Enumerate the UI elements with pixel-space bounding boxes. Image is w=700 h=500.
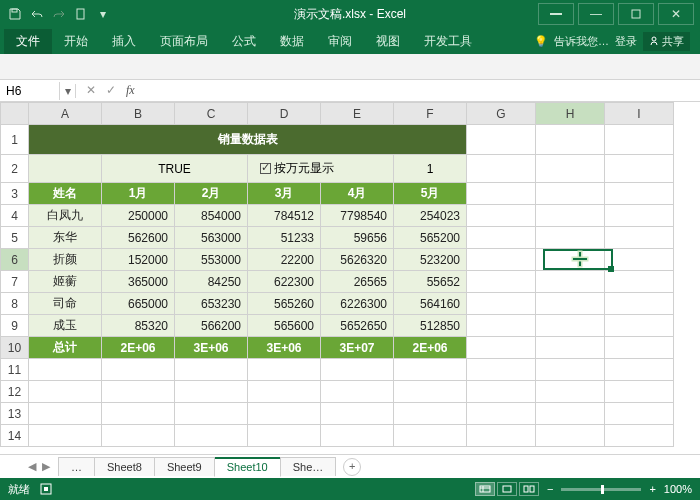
- normal-view-icon[interactable]: [475, 482, 495, 496]
- table-header[interactable]: 5月: [394, 183, 467, 205]
- sheet-tab[interactable]: Sheet8: [94, 457, 155, 476]
- tell-me[interactable]: 告诉我您…: [554, 34, 609, 49]
- col-header[interactable]: G: [467, 103, 536, 125]
- minimize-icon[interactable]: —: [578, 3, 614, 25]
- tab-home[interactable]: 开始: [52, 29, 100, 54]
- zoom-slider[interactable]: [561, 488, 641, 491]
- name-cell[interactable]: 司命: [29, 293, 102, 315]
- data-cell[interactable]: 55652: [394, 271, 467, 293]
- data-cell[interactable]: 622300: [248, 271, 321, 293]
- checkbox-icon[interactable]: [260, 163, 271, 174]
- tab-layout[interactable]: 页面布局: [148, 29, 220, 54]
- zoom-out-button[interactable]: −: [547, 483, 553, 495]
- row-header[interactable]: 14: [1, 425, 29, 447]
- name-cell[interactable]: 姬蘅: [29, 271, 102, 293]
- sheet-nav-prev-icon[interactable]: ◀: [28, 460, 36, 473]
- name-cell[interactable]: 成玉: [29, 315, 102, 337]
- data-cell[interactable]: 26565: [321, 271, 394, 293]
- sheet-nav-next-icon[interactable]: ▶: [42, 460, 50, 473]
- row-header[interactable]: 10: [1, 337, 29, 359]
- sheet-tab[interactable]: Sheet9: [154, 457, 215, 476]
- close-icon[interactable]: ✕: [658, 3, 694, 25]
- table-header[interactable]: 1月: [102, 183, 175, 205]
- select-all-corner[interactable]: [1, 103, 29, 125]
- row-header[interactable]: 6: [1, 249, 29, 271]
- data-cell[interactable]: 566200: [175, 315, 248, 337]
- data-cell[interactable]: 59656: [321, 227, 394, 249]
- name-cell[interactable]: 白凤九: [29, 205, 102, 227]
- data-cell[interactable]: 553000: [175, 249, 248, 271]
- maximize-icon[interactable]: [618, 3, 654, 25]
- col-header[interactable]: F: [394, 103, 467, 125]
- table-title[interactable]: 销量数据表: [29, 125, 467, 155]
- save-icon[interactable]: [8, 7, 22, 21]
- ribbon-options-icon[interactable]: [538, 3, 574, 25]
- zoom-in-button[interactable]: +: [649, 483, 655, 495]
- data-cell[interactable]: 523200: [394, 249, 467, 271]
- name-box[interactable]: H6: [0, 82, 60, 100]
- row-header[interactable]: 2: [1, 155, 29, 183]
- total-cell[interactable]: 2E+06: [102, 337, 175, 359]
- name-cell[interactable]: 东华: [29, 227, 102, 249]
- data-cell[interactable]: 565600: [248, 315, 321, 337]
- one-cell[interactable]: 1: [394, 155, 467, 183]
- col-header[interactable]: I: [605, 103, 674, 125]
- col-header[interactable]: B: [102, 103, 175, 125]
- table-header[interactable]: 3月: [248, 183, 321, 205]
- checkbox-cell[interactable]: 按万元显示: [248, 155, 394, 183]
- data-cell[interactable]: 250000: [102, 205, 175, 227]
- undo-icon[interactable]: [30, 7, 44, 21]
- row-header[interactable]: 4: [1, 205, 29, 227]
- total-cell[interactable]: 3E+07: [321, 337, 394, 359]
- data-cell[interactable]: 6226300: [321, 293, 394, 315]
- zoom-level[interactable]: 100%: [664, 483, 692, 495]
- table-header[interactable]: 姓名: [29, 183, 102, 205]
- row-header[interactable]: 13: [1, 403, 29, 425]
- data-cell[interactable]: 563000: [175, 227, 248, 249]
- data-cell[interactable]: 512850: [394, 315, 467, 337]
- sheet-tab-active[interactable]: Sheet10: [214, 457, 281, 477]
- row-header[interactable]: 5: [1, 227, 29, 249]
- tab-insert[interactable]: 插入: [100, 29, 148, 54]
- data-cell[interactable]: 784512: [248, 205, 321, 227]
- row-header[interactable]: 9: [1, 315, 29, 337]
- total-label[interactable]: 总计: [29, 337, 102, 359]
- data-cell[interactable]: 562600: [102, 227, 175, 249]
- table-header[interactable]: 2月: [175, 183, 248, 205]
- row-header[interactable]: 8: [1, 293, 29, 315]
- macro-record-icon[interactable]: [40, 483, 52, 495]
- data-cell[interactable]: 84250: [175, 271, 248, 293]
- data-cell[interactable]: 5652650: [321, 315, 394, 337]
- fill-handle[interactable]: [608, 266, 614, 272]
- row-header[interactable]: 12: [1, 381, 29, 403]
- page-layout-view-icon[interactable]: [497, 482, 517, 496]
- namebox-dropdown-icon[interactable]: ▾: [60, 84, 76, 98]
- data-cell[interactable]: 7798540: [321, 205, 394, 227]
- col-header[interactable]: C: [175, 103, 248, 125]
- tab-review[interactable]: 审阅: [316, 29, 364, 54]
- tab-view[interactable]: 视图: [364, 29, 412, 54]
- data-cell[interactable]: 51233: [248, 227, 321, 249]
- page-break-view-icon[interactable]: [519, 482, 539, 496]
- sheet-tab[interactable]: She…: [280, 457, 337, 476]
- data-cell[interactable]: 22200: [248, 249, 321, 271]
- col-header[interactable]: H: [536, 103, 605, 125]
- row-header[interactable]: 11: [1, 359, 29, 381]
- total-cell[interactable]: 3E+06: [248, 337, 321, 359]
- data-cell[interactable]: 564160: [394, 293, 467, 315]
- row-header[interactable]: 7: [1, 271, 29, 293]
- add-sheet-button[interactable]: +: [343, 458, 361, 476]
- data-cell[interactable]: 653230: [175, 293, 248, 315]
- file-tab[interactable]: 文件: [4, 29, 52, 54]
- qat-dropdown-icon[interactable]: ▾: [96, 7, 110, 21]
- data-cell[interactable]: 665000: [102, 293, 175, 315]
- new-icon[interactable]: [74, 7, 88, 21]
- col-header[interactable]: E: [321, 103, 394, 125]
- sheet-tab-more[interactable]: …: [58, 457, 95, 476]
- tab-formulas[interactable]: 公式: [220, 29, 268, 54]
- tab-developer[interactable]: 开发工具: [412, 29, 484, 54]
- data-cell[interactable]: 85320: [102, 315, 175, 337]
- name-cell[interactable]: 折颜: [29, 249, 102, 271]
- signin-link[interactable]: 登录: [615, 34, 637, 49]
- total-cell[interactable]: 2E+06: [394, 337, 467, 359]
